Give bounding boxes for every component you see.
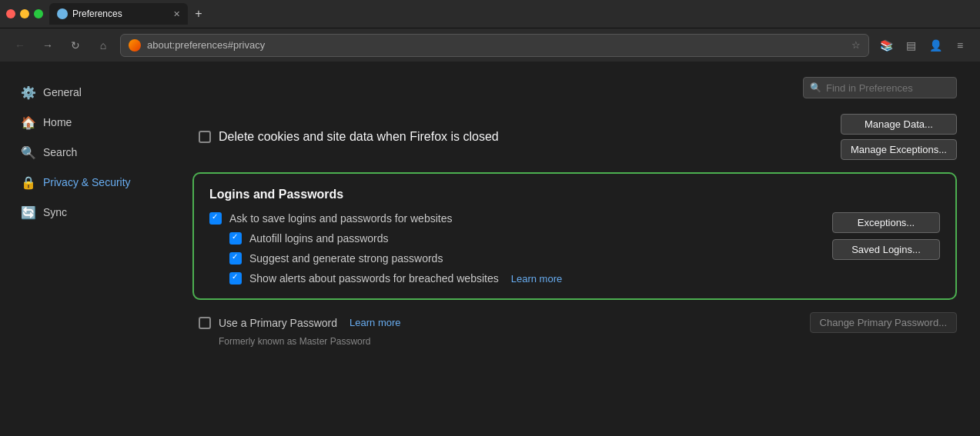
change-primary-pw-button[interactable]: Change Primary Password...	[810, 312, 957, 333]
tab-bar: Preferences ✕ +	[49, 0, 974, 28]
menu-icon[interactable]: ≡	[949, 35, 971, 56]
manage-data-button[interactable]: Manage Data...	[841, 114, 957, 135]
home-button[interactable]: ⌂	[92, 35, 114, 56]
saved-logins-button[interactable]: Saved Logins...	[832, 239, 940, 260]
tab-title: Preferences	[72, 8, 122, 19]
suggest-checkbox[interactable]	[229, 252, 242, 265]
cookie-buttons: Manage Data... Manage Exceptions...	[841, 114, 957, 160]
title-bar: Preferences ✕ +	[0, 0, 980, 28]
show-alerts-label: Show alerts about passwords for breached…	[249, 272, 499, 285]
exceptions-button[interactable]: Exceptions...	[832, 212, 940, 233]
show-alerts-checkbox[interactable]	[229, 272, 242, 285]
primary-pw-subtitle: Formerly known as Master Password	[192, 336, 957, 347]
logins-right: Exceptions... Saved Logins...	[832, 212, 940, 285]
sidebar-item-home[interactable]: 🏠 Home	[6, 108, 163, 137]
sidebar-item-general[interactable]: ⚙️ General	[6, 78, 163, 107]
active-tab[interactable]: Preferences ✕	[49, 3, 188, 25]
learn-more-link[interactable]: Learn more	[511, 273, 562, 285]
close-button[interactable]	[6, 9, 15, 18]
address-text: about:preferences#privacy	[147, 39, 265, 51]
cookie-left: Delete cookies and site data when Firefo…	[199, 130, 499, 144]
sidebar-toggle-icon[interactable]: ▤	[900, 35, 921, 56]
ask-to-save-row: Ask to save logins and passwords for web…	[209, 212, 817, 225]
minimize-button[interactable]	[20, 9, 29, 18]
search-nav-icon: 🔍	[22, 145, 35, 159]
sidebar-item-sync[interactable]: 🔄 Sync	[6, 198, 163, 227]
toolbar-icons: 📚 ▤ 👤 ≡	[875, 35, 971, 56]
reload-button[interactable]: ↻	[65, 35, 86, 56]
sidebar-label-home: Home	[43, 116, 72, 128]
library-icon[interactable]: 📚	[875, 35, 897, 56]
suggest-label: Suggest and generate strong passwords	[249, 252, 443, 265]
content-area: ⚙️ General 🏠 Home 🔍 Search 🔒 Privacy & S…	[0, 62, 980, 436]
sidebar: ⚙️ General 🏠 Home 🔍 Search 🔒 Privacy & S…	[0, 62, 169, 436]
address-bar[interactable]: about:preferences#privacy ☆	[120, 34, 869, 57]
maximize-button[interactable]	[34, 9, 43, 18]
sidebar-item-search[interactable]: 🔍 Search	[6, 138, 163, 167]
primary-pw-checkbox[interactable]	[199, 317, 211, 329]
autofill-row: Autofill logins and passwords	[209, 232, 817, 245]
primary-pw-learn-more-link[interactable]: Learn more	[350, 317, 400, 328]
tab-close-button[interactable]: ✕	[173, 9, 180, 19]
search-magnifier-icon: 🔍	[810, 82, 821, 93]
find-prefs-field[interactable]: 🔍	[803, 77, 957, 98]
autofill-checkbox[interactable]	[229, 232, 242, 245]
suggest-row: Suggest and generate strong passwords	[209, 252, 817, 265]
primary-pw-row: Use a Primary Password Learn more Change…	[192, 312, 957, 333]
show-alerts-row: Show alerts about passwords for breached…	[209, 272, 817, 285]
home-icon: 🏠	[22, 115, 35, 129]
logins-content: Ask to save logins and passwords for web…	[209, 212, 940, 285]
find-prefs-input[interactable]	[826, 82, 950, 94]
sidebar-label-general: General	[43, 86, 82, 98]
back-button[interactable]: ←	[9, 35, 31, 56]
gear-icon: ⚙️	[22, 85, 35, 99]
logins-passwords-section: Logins and Passwords Ask to save logins …	[192, 172, 957, 300]
nav-bar: ← → ↻ ⌂ about:preferences#privacy ☆ 📚 ▤ …	[0, 28, 980, 62]
delete-cookies-checkbox[interactable]	[199, 131, 211, 143]
bookmark-star-icon[interactable]: ☆	[851, 39, 861, 51]
primary-pw-label: Use a Primary Password	[219, 317, 337, 329]
find-prefs-row: 🔍	[192, 77, 957, 98]
primary-pw-left: Use a Primary Password Learn more	[199, 317, 401, 329]
delete-cookies-label: Delete cookies and site data when Firefo…	[219, 130, 499, 144]
autofill-label: Autofill logins and passwords	[249, 232, 389, 245]
logins-left: Ask to save logins and passwords for web…	[209, 212, 817, 285]
sidebar-label-privacy: Privacy & Security	[43, 176, 131, 188]
account-icon[interactable]: 👤	[925, 35, 946, 56]
sync-icon: 🔄	[22, 205, 35, 219]
new-tab-button[interactable]: +	[188, 3, 209, 25]
main-pane: 🔍 Delete cookies and site data when Fire…	[169, 62, 980, 436]
sidebar-item-privacy[interactable]: 🔒 Privacy & Security	[6, 168, 163, 197]
tab-favicon	[57, 8, 68, 19]
manage-exceptions-button[interactable]: Manage Exceptions...	[841, 139, 957, 160]
sidebar-label-search: Search	[43, 146, 77, 158]
firefox-logo-icon	[129, 39, 141, 52]
traffic-lights	[6, 9, 43, 18]
primary-password-section: Use a Primary Password Learn more Change…	[192, 312, 957, 347]
logins-section-title: Logins and Passwords	[209, 188, 940, 201]
ask-to-save-checkbox[interactable]	[209, 212, 222, 225]
sidebar-label-sync: Sync	[43, 206, 67, 218]
cookies-row: Delete cookies and site data when Firefo…	[192, 114, 957, 160]
ask-to-save-label: Ask to save logins and passwords for web…	[229, 212, 452, 225]
lock-icon: 🔒	[22, 175, 35, 189]
forward-button[interactable]: →	[37, 35, 59, 56]
